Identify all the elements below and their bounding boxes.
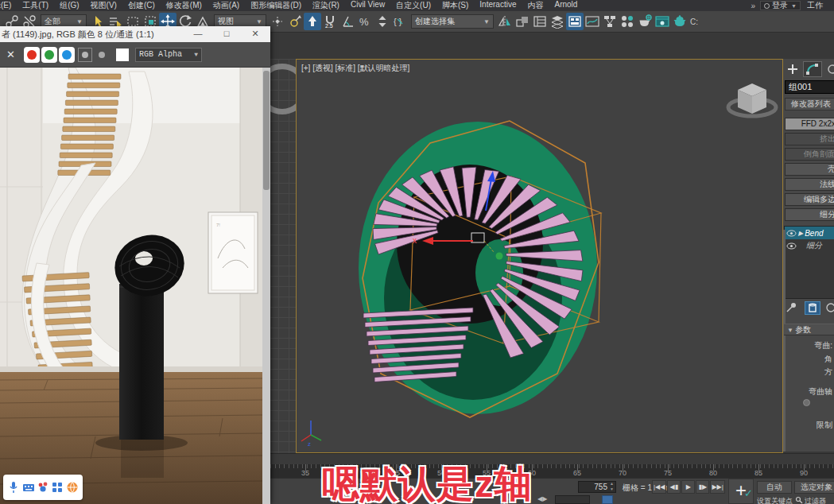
- material-editor-icon[interactable]: [619, 13, 636, 30]
- toggle-scene-explorer-icon[interactable]: [531, 13, 549, 30]
- menu-item[interactable]: 修改器(M): [161, 0, 208, 11]
- eye-icon[interactable]: [786, 242, 797, 250]
- spinner-snap-icon[interactable]: [374, 13, 391, 30]
- blue-channel-button[interactable]: [59, 47, 75, 63]
- paw-icon[interactable]: [37, 481, 49, 494]
- set-keys-button[interactable]: +✓: [728, 479, 754, 504]
- modifier-button-7[interactable]: 细分: [785, 208, 834, 221]
- workspace-label[interactable]: 工作: [807, 0, 834, 11]
- channel-display-dropdown[interactable]: RGB Alpha▼: [135, 48, 202, 62]
- modifier-list-dropdown[interactable]: 修改器列表: [785, 98, 834, 110]
- curve-editor-icon[interactable]: [584, 13, 601, 30]
- close-button[interactable]: ✕: [243, 26, 267, 42]
- mirror-icon[interactable]: [496, 13, 514, 30]
- modifier-button-2[interactable]: 挤出: [785, 133, 834, 145]
- keyboard-icon[interactable]: [22, 481, 35, 494]
- menu-overflow-chevron[interactable]: »: [747, 2, 761, 10]
- menu-item[interactable]: 视图(V): [85, 0, 122, 11]
- coordinate-spinner[interactable]: ▲▼: [608, 481, 615, 493]
- hierarchy-tab-icon[interactable]: [827, 62, 834, 76]
- toggle-layer-explorer-icon[interactable]: [549, 13, 566, 30]
- menu-item[interactable]: 自定义(U): [390, 0, 436, 11]
- key-filters-button[interactable]: 过滤器: [805, 496, 834, 504]
- red-channel-button[interactable]: [24, 47, 40, 63]
- toolbar-close-icon[interactable]: ✕: [6, 48, 15, 60]
- percent-snap-icon[interactable]: %: [356, 13, 374, 30]
- bend-axis-radio[interactable]: [803, 399, 810, 406]
- menu-item[interactable]: 工具(T): [17, 0, 54, 11]
- view-cube[interactable]: [724, 72, 780, 122]
- select-and-manipulate-icon[interactable]: [286, 13, 304, 30]
- isolate-toggle-icon[interactable]: [602, 495, 613, 504]
- ball-icon[interactable]: [66, 481, 79, 494]
- key-filter-icon[interactable]: [795, 496, 803, 504]
- align-icon[interactable]: [514, 13, 531, 30]
- menu-item[interactable]: 动画(A): [208, 0, 245, 11]
- panel-scrollbar[interactable]: [783, 230, 786, 452]
- menu-item[interactable]: 组(G): [54, 0, 84, 11]
- maximize-button[interactable]: □: [215, 26, 239, 42]
- green-channel-button[interactable]: [41, 47, 57, 63]
- snap-toggle-25-icon[interactable]: 2.5: [321, 13, 339, 30]
- modifier-button-5[interactable]: 法线: [785, 178, 834, 191]
- tripod-z-label: z: [308, 440, 311, 448]
- schematic-view-icon[interactable]: [601, 13, 619, 30]
- track-mini-field[interactable]: [555, 495, 590, 504]
- perspective-viewport[interactable]: x [+] [透视] [标准] [默认明暗处理] z: [296, 59, 783, 453]
- minimize-button[interactable]: —: [186, 26, 210, 42]
- edit-named-selection-sets-icon[interactable]: { }: [391, 13, 409, 30]
- stack-row[interactable]: ▶Bend: [785, 227, 834, 239]
- background-color-swatch[interactable]: [116, 48, 129, 61]
- modifier-button-1[interactable]: FFD 2x2x: [785, 118, 834, 130]
- login-dropdown[interactable]: 登录 ▼: [760, 1, 801, 10]
- stack-row[interactable]: 细分: [785, 239, 834, 252]
- menu-item[interactable]: 渲染(R): [307, 0, 345, 11]
- next-frame-button[interactable]: ▮▶: [696, 480, 709, 494]
- menu-item[interactable]: 创建(C): [122, 0, 161, 11]
- render-production-icon[interactable]: [671, 13, 689, 30]
- side-viewport-sliver[interactable]: [268, 59, 296, 453]
- alpha-channel-button[interactable]: [99, 52, 105, 58]
- modifier-button-4[interactable]: 壳: [785, 163, 834, 176]
- pin-stack-icon[interactable]: [785, 301, 801, 315]
- render-setup-icon[interactable]: [636, 13, 654, 30]
- use-pivot-center-icon[interactable]: [269, 13, 286, 30]
- go-to-start-button[interactable]: |◀◀: [652, 480, 666, 494]
- menu-item[interactable]: 内容: [522, 0, 549, 11]
- modifier-button-3[interactable]: 倒角剖面: [785, 148, 834, 161]
- grid-icon[interactable]: [51, 481, 64, 494]
- object-name-field[interactable]: 组001: [785, 80, 834, 94]
- create-tab-icon[interactable]: [786, 62, 800, 76]
- viewport-label[interactable]: [+] [透视] [标准] [默认明暗处理]: [301, 63, 409, 74]
- keyboard-override-icon[interactable]: [304, 13, 321, 30]
- angle-snap-icon[interactable]: [339, 13, 356, 30]
- image-window-scrollbar[interactable]: [262, 68, 270, 504]
- auto-key-button[interactable]: 自动: [757, 481, 792, 494]
- named-selection-sets-dropdown[interactable]: 创建选择集▼: [411, 14, 494, 29]
- set-key-mode-button[interactable]: 设置关键点: [757, 496, 793, 504]
- menu-item[interactable]: Arnold: [549, 0, 583, 11]
- play-button[interactable]: ▶: [681, 480, 695, 494]
- expand-caret-icon[interactable]: ▶: [798, 230, 803, 237]
- show-end-result-icon[interactable]: [805, 301, 820, 315]
- track-nav-arrows[interactable]: ◀▶: [537, 495, 547, 502]
- mono-channel-button[interactable]: [78, 48, 92, 62]
- selected-object-dropdown[interactable]: 选定对象: [794, 481, 834, 494]
- reference-image-window[interactable]: 者 (1149).jpg, RGB 颜色 8 位/通道 (1:1) — □ ✕ …: [0, 26, 270, 504]
- eye-icon[interactable]: [786, 230, 797, 237]
- menu-item[interactable]: 脚本(S): [436, 0, 474, 11]
- menu-item[interactable]: Civil View: [345, 0, 390, 11]
- menu-item[interactable]: Interactive: [474, 0, 522, 11]
- modifier-button-6[interactable]: 编辑多边: [785, 193, 834, 206]
- mic-icon[interactable]: [7, 481, 20, 494]
- scrollbar-thumb[interactable]: [263, 71, 270, 190]
- modify-tab-icon[interactable]: [803, 61, 822, 77]
- menu-item[interactable]: 编辑(E): [0, 0, 17, 11]
- make-unique-icon[interactable]: [824, 301, 834, 315]
- parameters-rollout-header[interactable]: ▼ 参数: [784, 324, 834, 335]
- go-to-end-button[interactable]: ▶▶|: [710, 480, 724, 494]
- toggle-ribbon-icon[interactable]: [566, 13, 584, 30]
- rendered-frame-window-icon[interactable]: [654, 13, 671, 30]
- previous-frame-button[interactable]: ◀▮: [667, 480, 681, 494]
- menu-item[interactable]: 图形编辑器(D): [245, 0, 307, 11]
